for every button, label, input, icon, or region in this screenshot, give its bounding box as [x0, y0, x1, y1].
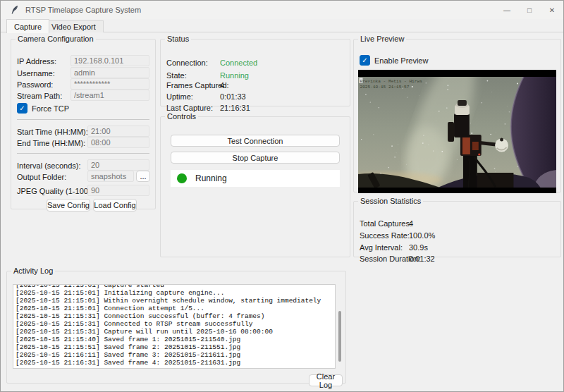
preview-overlay-timestamp: 2025-10-15 21:15:57 [360, 85, 409, 90]
output-folder-input[interactable] [87, 171, 134, 182]
enable-preview-label: Enable Preview [374, 56, 428, 65]
maximize-icon[interactable]: □ [518, 1, 541, 19]
activity-log-title: Activity Log [11, 267, 55, 275]
stream-path-label: Stream Path: [17, 92, 62, 100]
interval-label: Interval (seconds): [17, 161, 80, 170]
jpeg-quality-label: JPEG Quality (1-100): [17, 187, 93, 195]
window-controls: — □ ✕ [496, 1, 563, 19]
last-capture-value: 21:16:31 [220, 104, 250, 112]
avg-interval-label: Avg Interval: [360, 243, 403, 252]
uptime-label: Uptime: [166, 92, 193, 101]
jpeg-quality-input[interactable] [87, 185, 149, 196]
separator [17, 153, 149, 154]
activity-log-panel: Activity Log [2025-10-15 21:15:01] Captu… [6, 267, 346, 384]
app-window: RTSP Timelapse Capture System — □ ✕ Capt… [0, 0, 564, 392]
log-scrollbar[interactable] [338, 284, 341, 369]
load-config-button[interactable]: Load Config [93, 199, 137, 212]
checkbox-check-icon [17, 103, 27, 114]
enable-preview-checkbox[interactable]: Enable Preview [360, 55, 428, 66]
force-tcp-label: Force TCP [32, 104, 69, 113]
running-label: Running [195, 173, 227, 183]
session-stats-panel: Session Statistics Total Captures: 4 Suc… [353, 197, 561, 257]
username-label: Username: [17, 69, 55, 78]
clear-log-button[interactable]: Clear Log [309, 374, 343, 386]
tab-video-export-label: Video Export [51, 23, 96, 31]
status-title: Status [165, 35, 191, 43]
connection-value: Connected [220, 59, 257, 67]
close-icon[interactable]: ✕ [541, 1, 563, 19]
force-tcp-checkbox[interactable]: Force TCP [17, 103, 69, 114]
stop-capture-button[interactable]: Stop Capture [171, 152, 340, 164]
window-title: RTSP Timelapse Capture System [25, 6, 141, 14]
stream-path-input[interactable] [70, 90, 149, 101]
preview-overlay-camera-name: Brevinka - Metis - Hirws [360, 79, 422, 84]
log-scrollbar-thumb[interactable] [338, 311, 341, 362]
end-time-input[interactable] [87, 137, 149, 148]
running-dot-icon [177, 173, 187, 183]
controls-title: Controls [165, 112, 198, 121]
output-folder-label: Output Folder: [17, 173, 66, 181]
app-feather-icon [10, 5, 20, 15]
success-rate-value: 100.0% [409, 231, 435, 240]
session-stats-title: Session Statistics [358, 197, 423, 205]
tab-capture-label: Capture [14, 23, 42, 31]
username-input[interactable] [70, 67, 149, 78]
title-bar: RTSP Timelapse Capture System — □ ✕ [1, 1, 563, 19]
live-preview-image: Brevinka - Metis - Hirws 2025-10-15 21:1… [358, 70, 556, 193]
last-capture-label: Last Capture: [166, 104, 213, 112]
avg-interval-value: 30.9s [409, 243, 428, 252]
live-preview-title: Live Preview [358, 35, 406, 43]
tab-video-export[interactable]: Video Export [44, 20, 104, 32]
controls-panel: Controls Test Connection Stop Capture Ru… [160, 112, 350, 257]
camera-config-panel: Camera Configuration IP Address: Usernam… [11, 35, 156, 209]
ip-label: IP Address: [17, 57, 56, 66]
success-rate-label: Success Rate: [360, 231, 410, 240]
ip-input[interactable] [70, 55, 149, 66]
camera-config-title: Camera Configuration [16, 35, 96, 43]
total-captures-label: Total Captures: [360, 219, 412, 228]
log-lines: [2025-10-15 21:15:01] Capture started[20… [16, 284, 335, 367]
status-indicator: Running [171, 170, 340, 187]
test-connection-button[interactable]: Test Connection [171, 135, 340, 147]
session-duration-value: 0:01:32 [409, 255, 435, 263]
uptime-value: 0:01:33 [220, 92, 246, 101]
password-input[interactable] [70, 78, 149, 90]
separator [17, 119, 149, 120]
interval-input[interactable] [87, 159, 149, 171]
checkbox-check-icon [360, 55, 370, 66]
state-label: State: [166, 71, 187, 80]
log-textarea[interactable]: [2025-10-15 21:15:01] Capture started[20… [13, 284, 336, 369]
connection-label: Connection: [166, 59, 208, 67]
browse-button[interactable]: ... [136, 171, 150, 182]
start-time-label: Start Time (HH:MM): [17, 128, 88, 136]
minimize-icon[interactable]: — [496, 1, 518, 19]
tab-capture[interactable]: Capture [6, 19, 49, 33]
start-time-input[interactable] [87, 125, 149, 137]
live-preview-panel: Live Preview Enable Preview [353, 35, 561, 192]
total-captures-value: 4 [409, 219, 413, 228]
frames-captured-value: 4 [220, 81, 224, 90]
state-value: Running [220, 71, 249, 80]
password-label: Password: [17, 80, 53, 89]
end-time-label: End Time (HH:MM): [17, 139, 85, 147]
save-config-button[interactable]: Save Config [47, 199, 90, 212]
tab-bar: Capture Video Export [1, 19, 563, 32]
status-panel: Status Connection: Connected State: Runn… [160, 35, 350, 106]
